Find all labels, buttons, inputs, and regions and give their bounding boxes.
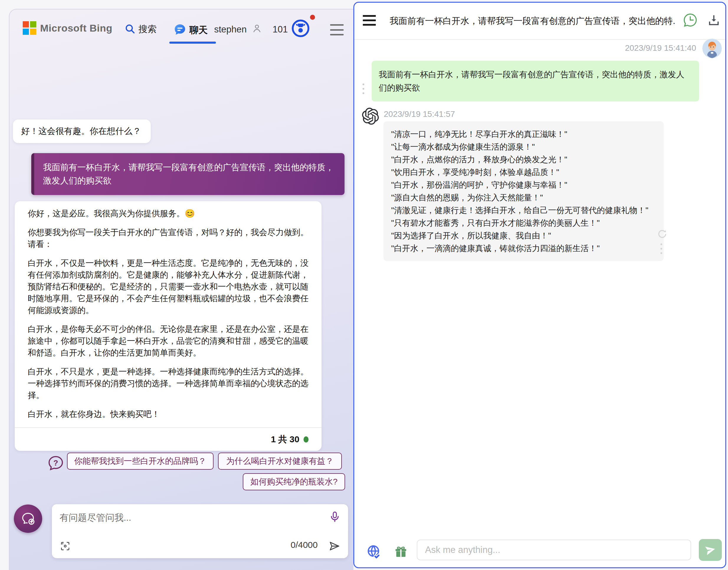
bing-menu-button[interactable] <box>330 24 344 35</box>
reply-paragraph: 白开水，不只是水，更是一种选择。一种选择健康而纯净的生活方式的选择。一种选择节约… <box>28 366 309 401</box>
slogan-line: "白开水，那份温润的呵护，守护你健康与幸福！" <box>391 179 656 191</box>
tab-search-label: 搜索 <box>138 23 156 35</box>
slogan-line: "白开水，点燃你的活力，释放身心的焕发之光！" <box>391 153 656 166</box>
assistant-timestamp: 2023/9/19 15:41:57 <box>384 109 455 119</box>
slogan-line: "饮用白开水，享受纯净时刻，体验卓越品质！" <box>391 166 656 179</box>
chat-bubble-icon <box>173 23 187 37</box>
suggestions-help-button[interactable]: ? <box>47 454 65 472</box>
suggestion-chip[interactable]: 如何购买纯净的瓶装水? <box>243 473 345 490</box>
assistant-message-bubble: "清凉一口，纯净无比！尽享白开水的真正滋味！" "让每一滴水都成为你健康生活的源… <box>383 121 664 261</box>
history-button[interactable] <box>682 12 698 28</box>
history-clock-icon <box>682 12 698 28</box>
user-message-text: 我面前有一杯白开水，请帮我写一段富有创意的广告宣传语，突出他的特质，激发人们的购… <box>43 163 334 185</box>
client-footer <box>354 529 725 567</box>
client-user-message-bubble: 我面前有一杯白开水，请帮我写一段富有创意的广告宣传语，突出他的特质，激发人们的购… <box>372 61 699 101</box>
bing-chat-panel: Microsoft Bing 搜索 聊天 <box>9 9 353 570</box>
slogan-line: "因为选择了白开水，所以我健康、我自由！" <box>391 229 656 242</box>
rewards-medal-button[interactable] <box>291 19 310 38</box>
refresh-icon <box>656 228 668 240</box>
client-user-message-text: 我面前有一杯白开水，请帮我写一段富有创意的广告宣传语，突出他的特质，激发人们的购… <box>379 70 684 92</box>
slogan-line: "让每一滴水都成为你健康生活的源泉！" <box>391 140 656 153</box>
client-message-input[interactable] <box>417 540 691 560</box>
username[interactable]: stephen <box>214 24 247 35</box>
reply-paragraph: 白开水，是你每天必不可少的伴侣。无论你是在家里，还是在办公室，还是在旅途中，你都… <box>28 323 309 359</box>
paper-plane-icon <box>328 540 340 552</box>
slogan-line: "清凉一口，纯净无比！尽享白开水的真正滋味！" <box>391 128 656 140</box>
chat-tab-underline <box>169 42 216 44</box>
status-dot <box>304 437 309 443</box>
tab-search[interactable]: 搜索 <box>124 23 156 35</box>
question-bubble-icon: ? <box>47 454 65 472</box>
reply-paragraph: 白开水，就在你身边。快来购买吧！ <box>28 408 309 420</box>
conversation-title: 我面前有一杯白开水，请帮我写一段富有创意的广告宣传语，突出他的特... <box>390 15 676 27</box>
person-icon <box>252 23 262 35</box>
reply-footer: 1 共 30 <box>28 428 309 451</box>
tab-chat[interactable]: 聊天 <box>173 23 208 37</box>
suggestion-chip[interactable]: 为什么喝白开水对健康有益？ <box>218 453 342 470</box>
globe-check-icon <box>366 544 381 560</box>
medal-icon <box>291 19 310 38</box>
more-options-dots[interactable] <box>661 243 662 254</box>
assistant-avatar <box>362 108 380 125</box>
bing-header: Microsoft Bing 搜索 聊天 <box>9 9 353 54</box>
mic-button[interactable] <box>329 510 341 524</box>
page-counter: 1 共 30 <box>271 434 299 446</box>
message-options-dots[interactable] <box>363 83 364 94</box>
reply-paragraph: 白开水，不仅是一种饮料，更是一种生活态度。它是纯净的，无色无味的，没有任何添加剂… <box>28 257 309 316</box>
bing-send-button[interactable] <box>328 540 340 552</box>
send-plane-icon <box>703 543 717 557</box>
user-avatar <box>702 39 722 58</box>
profile-avatar-button[interactable] <box>249 21 265 37</box>
openai-logo-icon <box>362 108 380 125</box>
slogan-line: "只有碧水才能蓄秀，只有白开水才能滋养你的美丽人生！" <box>391 217 656 229</box>
client-menu-button[interactable] <box>363 15 376 26</box>
microsoft-logo-icon <box>23 21 36 35</box>
client-send-button[interactable] <box>699 539 722 561</box>
user-timestamp: 2023/9/19 15:41:40 <box>625 43 696 53</box>
client-header: 我面前有一杯白开水，请帮我写一段富有创意的广告宣传语，突出他的特... <box>354 3 725 40</box>
rewards-points-count: 101 <box>273 24 288 35</box>
bot-greeting-bubble: 好！这会很有趣。你在想什么？ <box>13 119 151 143</box>
mic-icon <box>329 510 341 524</box>
new-topic-button[interactable] <box>14 505 42 533</box>
bing-message-input[interactable] <box>60 510 284 526</box>
chat-plus-icon <box>19 510 37 527</box>
slogan-line: "源自大自然的恩赐，为你注入天然能量！" <box>391 191 656 204</box>
message-input-card: 0/4000 <box>52 504 348 558</box>
web-access-button[interactable] <box>366 544 381 560</box>
slogan-line: "白开水，一滴滴的健康真诚，铸就你活力四溢的新生活！" <box>391 242 656 255</box>
suggestion-chip[interactable]: 你能帮我找到一些白开水的品牌吗？ <box>67 453 214 470</box>
rewards-gift-button[interactable] <box>394 545 408 559</box>
screenshot-root: Microsoft Bing 搜索 聊天 <box>0 0 728 570</box>
reply-paragraph: 你好，这是必应。我很高兴为你提供服务。😊 <box>28 208 309 220</box>
slogan-line: "清澈见证，健康行走！选择白开水，给自己一份无可替代的健康礼物！" <box>391 204 656 217</box>
search-icon <box>124 23 135 35</box>
regenerate-button[interactable] <box>656 228 668 240</box>
char-counter: 0/4000 <box>291 540 318 550</box>
download-button[interactable] <box>707 14 721 27</box>
chatgpt-client-panel: 我面前有一杯白开水，请帮我写一段富有创意的广告宣传语，突出他的特... 2023… <box>353 2 726 568</box>
bing-brand-text: Microsoft Bing <box>40 22 112 34</box>
gift-icon <box>394 545 408 559</box>
user-avatar-image <box>702 39 722 58</box>
bot-reply-bubble: 你好，这是必应。我很高兴为你提供服务。😊 你想要我为你写一段关于白开水的广告宣传… <box>15 201 322 451</box>
notification-dot <box>310 15 315 20</box>
bot-greeting-text: 好！这会很有趣。你在想什么？ <box>21 125 141 137</box>
scan-button[interactable] <box>60 541 71 552</box>
download-icon <box>707 14 721 27</box>
scan-icon <box>60 541 71 552</box>
user-message-bubble: 我面前有一杯白开水，请帮我写一段富有创意的广告宣传语，突出他的特质，激发人们的购… <box>31 153 345 195</box>
tab-chat-label: 聊天 <box>190 24 208 36</box>
reply-paragraph: 你想要我为你写一段关于白开水的广告宣传语，对吗？好的，我会尽力做到。请看： <box>28 227 309 250</box>
svg-text:?: ? <box>53 459 58 467</box>
